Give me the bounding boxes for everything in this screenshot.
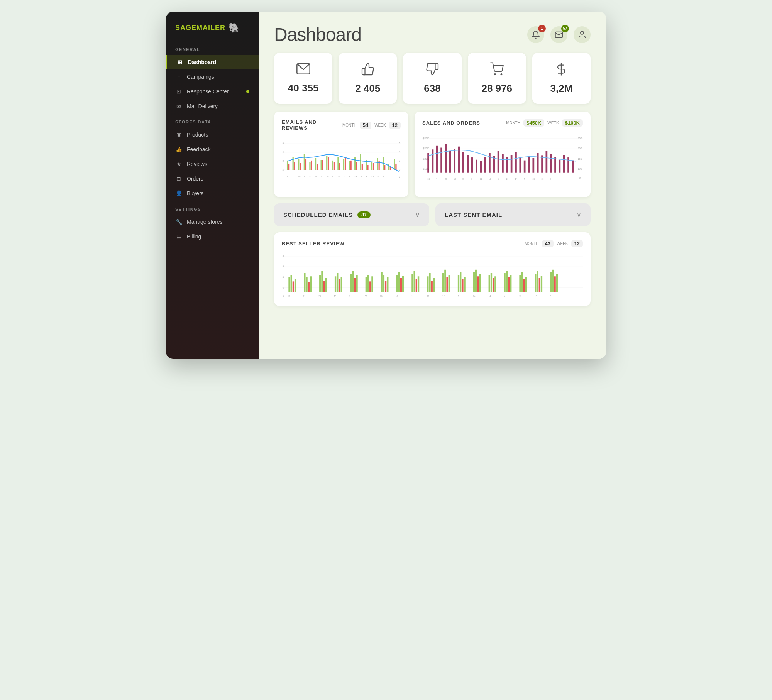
svg-rect-44 [322, 160, 323, 170]
billing-icon: ▤ [175, 233, 182, 240]
svg-text:4: 4 [504, 295, 505, 298]
svg-text:8: 8 [283, 254, 284, 257]
svg-rect-21 [304, 154, 305, 170]
svg-text:1: 1 [471, 178, 472, 180]
svg-rect-165 [354, 278, 356, 292]
sidebar-item-reviews[interactable]: ★ Reviews [166, 157, 259, 171]
sidebar-item-response-center[interactable]: ⊡ Response Center [166, 84, 259, 99]
svg-rect-46 [334, 162, 335, 170]
svg-rect-180 [413, 271, 415, 292]
sidebar-item-buyers[interactable]: 👤 Buyers [166, 186, 259, 201]
sidebar-item-label: Campaings [187, 74, 214, 80]
svg-text:28: 28 [298, 175, 300, 178]
svg-rect-115 [541, 155, 543, 172]
svg-rect-103 [489, 153, 491, 173]
messages-button[interactable]: 57 [550, 26, 567, 43]
svg-rect-55 [384, 165, 385, 170]
sidebar-item-manage-stores[interactable]: 🔧 Manage stores [166, 215, 259, 229]
svg-rect-106 [502, 154, 504, 173]
sidebar-item-billing[interactable]: ▤ Billing [166, 229, 259, 244]
week-value: $100K [562, 119, 583, 127]
sales-orders-chart-area: $20K $20K $20K $10K 250 200 150 100 0 [422, 131, 583, 185]
sidebar-item-label: Feedback [187, 146, 210, 152]
svg-rect-45 [328, 157, 329, 170]
svg-text:9: 9 [462, 178, 464, 180]
svg-text:16: 16 [288, 295, 290, 298]
last-sent-email-panel[interactable]: LAST SENT EMAIL ∨ [435, 203, 591, 226]
svg-rect-210 [525, 277, 527, 292]
svg-rect-33 [371, 162, 372, 170]
svg-rect-215 [550, 272, 552, 292]
svg-point-3 [501, 74, 502, 75]
buyers-icon: 👤 [175, 190, 182, 196]
chart-header: SALES AND ORDERS MONTH $450K WEEK $100K [422, 119, 583, 127]
emails-reviews-chart-area: 5 4 3 2 5 4 3 2 0 [282, 135, 401, 189]
svg-text:8: 8 [550, 178, 551, 180]
section-label-settings: SETTINGS [166, 201, 259, 215]
sidebar-item-products[interactable]: ▣ Products [166, 127, 259, 142]
chart-periods: MONTH 54 WEEK 12 [342, 122, 401, 129]
sidebar-item-label: Dashboard [188, 59, 216, 65]
svg-rect-50 [356, 162, 357, 170]
sidebar-item-label: Response Center [187, 88, 229, 95]
main-content: Dashboard 1 57 [259, 12, 606, 359]
svg-text:22: 22 [480, 178, 482, 180]
notification-dot [246, 90, 249, 93]
svg-text:18: 18 [541, 178, 543, 180]
sidebar-item-feedback[interactable]: 👍 Feedback [166, 142, 259, 157]
bs-week-value: 12 [571, 240, 583, 247]
section-label-stores-data: STORES DATA [166, 113, 259, 127]
week-label: WEEK [547, 121, 559, 125]
svg-rect-156 [321, 271, 323, 292]
emails-reviews-title: EMAILS AND REVIEWS [282, 119, 342, 131]
svg-rect-157 [323, 281, 325, 292]
svg-rect-92 [440, 148, 442, 173]
emails-reviews-svg: 5 4 3 2 5 4 3 2 0 [282, 135, 401, 179]
svg-rect-196 [475, 270, 477, 292]
svg-rect-48 [345, 158, 346, 170]
svg-rect-179 [411, 274, 413, 292]
svg-text:16: 16 [287, 175, 289, 178]
svg-rect-194 [464, 277, 465, 292]
svg-rect-114 [537, 153, 539, 173]
sidebar-item-dashboard[interactable]: ⊞ Dashboard [166, 55, 259, 69]
svg-rect-154 [310, 276, 312, 292]
svg-rect-153 [308, 282, 310, 292]
profile-button[interactable] [574, 26, 591, 43]
sidebar-item-orders[interactable]: ⊟ Orders [166, 171, 259, 186]
svg-rect-178 [402, 276, 404, 292]
svg-rect-120 [563, 155, 565, 172]
notifications-button[interactable]: 1 [527, 26, 544, 43]
svg-rect-197 [477, 276, 479, 292]
month-value: 54 [360, 122, 371, 129]
revenue-stat-value: 3,2M [550, 83, 573, 95]
svg-rect-30 [354, 157, 356, 170]
stat-card-orders: 28 976 [468, 53, 526, 104]
svg-rect-205 [508, 277, 510, 292]
svg-rect-181 [416, 279, 417, 292]
svg-text:12: 12 [442, 295, 445, 298]
sidebar-item-mail-delivery[interactable]: ✉ Mail Delivery [166, 99, 259, 113]
reviews-icon: ★ [175, 161, 182, 167]
response-center-icon: ⊡ [175, 88, 182, 95]
svg-rect-102 [484, 157, 486, 173]
thumbs-down-stat-value: 638 [424, 83, 440, 95]
svg-text:10: 10 [326, 175, 328, 178]
best-seller-svg: 8 6 4 2 0 [282, 252, 583, 298]
svg-rect-172 [383, 275, 384, 292]
svg-text:8: 8 [383, 175, 384, 178]
products-icon: ▣ [175, 132, 182, 138]
sidebar-item-campaigns[interactable]: ≡ Campaings [166, 69, 259, 84]
scheduled-emails-panel[interactable]: SCHEDULLED EMAILS 87 ∨ [274, 203, 429, 226]
svg-rect-208 [521, 272, 523, 292]
svg-text:2: 2 [399, 168, 400, 171]
svg-text:200: 200 [578, 147, 582, 150]
orders-stat-icon [489, 62, 504, 78]
svg-rect-218 [556, 274, 558, 292]
svg-rect-95 [454, 149, 455, 172]
svg-rect-119 [559, 160, 561, 173]
svg-text:30: 30 [365, 295, 367, 298]
svg-text:3: 3 [458, 295, 459, 298]
scheduled-emails-count: 87 [357, 211, 370, 218]
svg-rect-116 [546, 151, 548, 173]
